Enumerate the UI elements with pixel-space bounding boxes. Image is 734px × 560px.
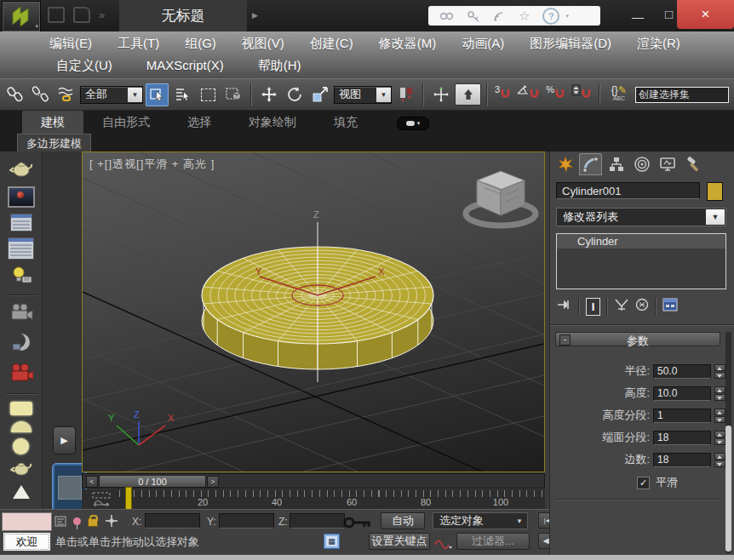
keyboard-shortcut-override-button[interactable] (455, 83, 481, 106)
communication-center-icon[interactable] (493, 10, 506, 22)
absolute-offset-mode-icon[interactable] (105, 514, 118, 528)
minimize-button[interactable]: — (632, 10, 644, 24)
auto-key-button[interactable]: 自动 (381, 512, 425, 529)
use-pivot-center-icon[interactable] (394, 83, 417, 106)
menu-group[interactable]: 组(G) (185, 36, 216, 52)
schematic-view-icon[interactable] (10, 214, 32, 231)
smooth-checkbox[interactable]: ✓ (637, 477, 650, 489)
viewport-canvas[interactable]: Y X Z Z Y X (83, 152, 544, 471)
key-icon[interactable] (467, 10, 480, 22)
create-dome-icon[interactable] (11, 421, 32, 432)
bind-to-space-warp-icon[interactable] (54, 83, 77, 106)
menu-rendering[interactable]: 渲染(R) (637, 36, 680, 52)
hierarchy-tab-icon[interactable] (605, 153, 628, 175)
create-teapot-icon[interactable] (10, 460, 32, 479)
rectangular-selection-region-icon[interactable] (197, 83, 220, 106)
ribbon-tab-modeling[interactable]: 建模 (22, 111, 83, 134)
select-by-name-icon[interactable] (171, 83, 194, 106)
close-button[interactable]: × (677, 0, 734, 29)
reference-coordinate-dropdown[interactable]: 视图 ▼ (334, 86, 392, 104)
menu-help[interactable]: 帮助(H) (258, 58, 301, 74)
time-slider-next-button[interactable]: > (207, 476, 219, 488)
menu-edit[interactable]: 编辑(E) (49, 36, 92, 52)
sides-field[interactable] (653, 453, 711, 467)
menu-views[interactable]: 视图(V) (242, 36, 284, 52)
scrollbar-thumb[interactable] (725, 426, 731, 551)
show-end-result-button[interactable]: I (586, 298, 600, 316)
remove-modifier-icon[interactable] (635, 298, 649, 315)
select-and-rotate-icon[interactable] (283, 83, 306, 106)
unlink-selection-icon[interactable] (29, 83, 52, 106)
mini-curve-editor-icon[interactable] (92, 492, 111, 510)
time-slider-handle[interactable]: 0 / 100 (99, 475, 206, 488)
grid-settings-icon[interactable]: ▦ (324, 534, 340, 549)
viewport-label[interactable]: [ +[]透视[]平滑 + 高光 ] (89, 157, 215, 172)
height-spinner[interactable] (714, 386, 725, 401)
welcome-button[interactable]: 欢迎 (3, 532, 51, 551)
light-lister-icon[interactable] (10, 266, 32, 288)
menu-modifiers[interactable]: 修改器(M) (379, 36, 437, 52)
listener-log-icon[interactable] (54, 516, 66, 527)
expand-panel-button[interactable]: ▶ (53, 426, 76, 454)
ribbon-display-toggle[interactable]: ▾ (397, 117, 429, 130)
toolbar-overflow-icon[interactable]: » (99, 9, 105, 21)
utilities-tab-icon[interactable] (681, 153, 704, 175)
create-sphere-icon[interactable] (13, 438, 29, 454)
title-caret-icon[interactable]: ▶ (252, 11, 258, 20)
edit-named-selection-sets-icon[interactable]: {}✎ ABC (605, 83, 633, 106)
radius-field[interactable] (653, 364, 711, 379)
selection-lock-icon[interactable] (88, 518, 98, 527)
object-color-swatch[interactable] (707, 182, 723, 201)
radius-spinner[interactable] (714, 364, 725, 379)
video-camera-red-icon[interactable] (9, 363, 33, 386)
key-filters-curve-icon[interactable] (433, 534, 454, 551)
menu-customize[interactable]: 自定义(U) (56, 58, 112, 74)
ribbon-tab-freeform[interactable]: 自由形式 (83, 111, 169, 134)
rendered-frame-window-icon[interactable] (8, 186, 35, 208)
track-bar[interactable]: 0 20 40 60 80 100 (82, 489, 545, 510)
environment-moon-icon[interactable] (10, 331, 32, 357)
time-slider-prev-button[interactable]: < (86, 476, 98, 488)
select-and-manipulate-icon[interactable] (429, 83, 452, 106)
percent-snap-toggle-icon[interactable]: % (544, 84, 567, 105)
modify-tab-icon[interactable] (579, 153, 602, 175)
panel-scrollbar[interactable] (725, 332, 731, 553)
ribbon-tab-object-paint[interactable]: 对象绘制 (230, 111, 315, 134)
create-tab-icon[interactable] (553, 153, 576, 175)
key-filter-selected-dropdown[interactable]: 选定对象 ▼ (433, 512, 528, 529)
menu-create[interactable]: 创建(C) (310, 36, 353, 52)
stack-item-cylinder[interactable]: Cylinder (557, 234, 725, 249)
height-field[interactable] (653, 386, 711, 401)
filters-button[interactable]: 过滤器... (456, 533, 530, 550)
render-teapot-icon[interactable] (9, 160, 33, 180)
new-scene-icon[interactable] (48, 7, 65, 23)
z-coordinate-field[interactable] (290, 513, 345, 529)
cap-segments-field[interactable] (653, 431, 711, 445)
select-and-move-icon[interactable] (257, 83, 280, 106)
help-icon[interactable]: ? (542, 8, 559, 25)
motion-tab-icon[interactable] (630, 153, 653, 175)
sides-spinner[interactable] (714, 453, 725, 467)
maxscript-mini-listener[interactable] (2, 512, 52, 531)
camera-icon[interactable] (9, 303, 33, 325)
isolate-selection-icon[interactable] (73, 517, 81, 525)
parameters-rollout-header[interactable]: - 参数 (555, 332, 720, 346)
snaps-toggle-3d-icon[interactable]: 3 (493, 84, 513, 105)
x-coordinate-field[interactable] (145, 513, 200, 529)
object-name-field[interactable] (556, 182, 700, 199)
modifier-list-dropdown[interactable]: 修改器列表 ▼ (556, 208, 726, 226)
create-plane-icon[interactable] (10, 402, 32, 415)
menu-maxscript[interactable]: MAXScript(X) (146, 58, 224, 74)
select-object-button[interactable] (146, 83, 169, 106)
named-selection-set-input[interactable] (635, 87, 729, 103)
open-file-icon[interactable] (73, 7, 90, 23)
ribbon-tab-selection[interactable]: 选择 (169, 111, 230, 134)
search-icon[interactable] (439, 10, 454, 22)
help-caret-icon[interactable]: ▾ (565, 13, 569, 20)
set-key-button[interactable]: 设置关键点 (369, 533, 430, 550)
menu-graph-editors[interactable]: 图形编辑器(D) (530, 36, 611, 52)
configure-modifier-sets-icon[interactable] (662, 298, 678, 315)
spinner-snap-toggle-icon[interactable] (570, 84, 594, 105)
favorites-star-icon[interactable]: ☆ (519, 9, 530, 24)
select-and-scale-icon[interactable] (308, 83, 331, 106)
